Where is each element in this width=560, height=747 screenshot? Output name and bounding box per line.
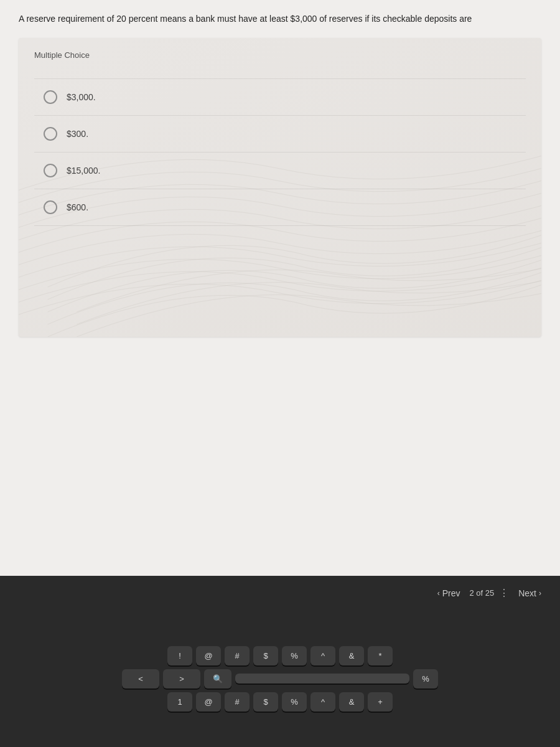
question-text: A reserve requirement of 20 percent mean… xyxy=(19,12,541,26)
key-back[interactable]: < xyxy=(122,669,159,688)
key-hash[interactable]: # xyxy=(225,646,250,665)
grid-icon: ⋮ xyxy=(499,587,509,599)
key-at[interactable]: @ xyxy=(196,646,221,665)
key-at2[interactable]: @ xyxy=(196,692,221,712)
question-type-label: Multiple Choice xyxy=(34,50,526,60)
key-amp2[interactable]: & xyxy=(339,692,364,712)
chevron-right-icon: › xyxy=(539,589,541,598)
list-item[interactable]: $3,000. xyxy=(34,78,526,116)
key-percent2[interactable]: % xyxy=(413,669,438,688)
key-exclamation[interactable]: ! xyxy=(167,646,192,665)
keyboard-area: ! @ # $ % ^ & * < > 🔍 % 1 @ # $ % ^ & + xyxy=(0,610,560,747)
key-hash2[interactable]: # xyxy=(225,692,250,712)
key-search[interactable]: 🔍 xyxy=(204,669,231,688)
choice-label-c: $15,000. xyxy=(67,166,101,176)
choice-label-b: $300. xyxy=(67,129,88,139)
keyboard-row-2: < > 🔍 % xyxy=(122,669,438,688)
list-item[interactable]: $600. xyxy=(34,189,526,226)
list-item[interactable]: $300. xyxy=(34,116,526,153)
keyboard-row-1: ! @ # $ % ^ & * xyxy=(167,646,393,665)
question-card: Multiple Choice $3,000. $300. $15,000. $… xyxy=(19,38,541,337)
keyboard-row-3: 1 @ # $ % ^ & + xyxy=(167,692,393,712)
prev-button[interactable]: ‹ Prev xyxy=(437,588,460,598)
key-spacebar[interactable] xyxy=(235,674,409,684)
key-1[interactable]: 1 xyxy=(167,692,192,712)
key-asterisk[interactable]: * xyxy=(368,646,393,665)
key-percent[interactable]: % xyxy=(282,646,307,665)
next-label: Next xyxy=(518,588,536,598)
key-ampersand[interactable]: & xyxy=(339,646,364,665)
key-dollar2[interactable]: $ xyxy=(253,692,278,712)
key-caret2[interactable]: ^ xyxy=(310,692,335,712)
choice-label-a: $3,000. xyxy=(67,92,96,102)
next-button[interactable]: Next › xyxy=(518,588,541,598)
key-percent3[interactable]: % xyxy=(282,692,307,712)
key-caret[interactable]: ^ xyxy=(310,646,335,665)
chevron-left-icon: ‹ xyxy=(437,589,440,598)
choice-radio-a[interactable] xyxy=(44,90,57,104)
page-display: 2 of 25 xyxy=(469,588,494,598)
choice-radio-d[interactable] xyxy=(44,200,57,214)
choice-radio-b[interactable] xyxy=(44,127,57,141)
choice-radio-c[interactable] xyxy=(44,164,57,177)
page-info: 2 of 25 ⋮ xyxy=(469,587,509,599)
choice-label-d: $600. xyxy=(67,202,88,212)
list-item[interactable]: $15,000. xyxy=(34,153,526,189)
key-plus[interactable]: + xyxy=(368,692,393,712)
prev-label: Prev xyxy=(442,588,460,598)
key-dollar[interactable]: $ xyxy=(253,646,278,665)
key-forward[interactable]: > xyxy=(163,669,200,688)
navigation-bar: ‹ Prev 2 of 25 ⋮ Next › xyxy=(0,576,560,610)
choices-list: $3,000. $300. $15,000. $600. xyxy=(34,78,526,226)
quiz-container: A reserve requirement of 20 percent mean… xyxy=(0,0,560,610)
